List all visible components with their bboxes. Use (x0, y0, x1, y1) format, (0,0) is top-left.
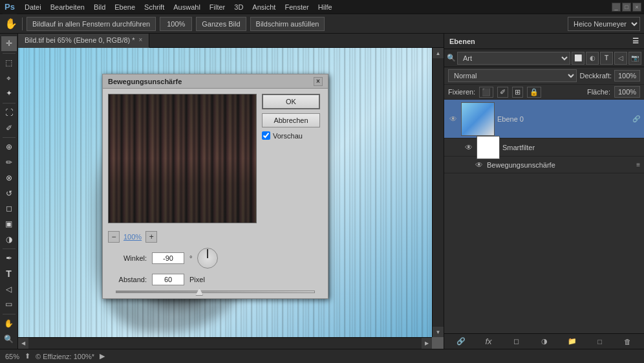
blend-mode-select[interactable]: Normal (448, 69, 577, 82)
menu-3d[interactable]: 3D (230, 2, 247, 12)
fill-screen-button[interactable]: Bildschirm ausfüllen (250, 17, 325, 31)
horizontal-scrollbar[interactable]: ◀ ▶ (18, 337, 432, 349)
play-button[interactable]: ▶ (100, 352, 105, 360)
maximize-button[interactable]: □ (622, 3, 631, 12)
move-tool[interactable]: ✛ (1, 36, 17, 51)
menu-bild[interactable]: Bild (90, 2, 109, 12)
motion-blur-dialog[interactable]: Bewegungsunschärfe × OK Abbre (102, 74, 328, 299)
crop-tool[interactable]: ⛶ (1, 105, 17, 120)
filter-pixel-button[interactable]: ⬜ (572, 52, 585, 65)
menu-ebene[interactable]: Ebene (111, 2, 139, 12)
filter-adjust-button[interactable]: ◐ (586, 52, 599, 65)
distance-slider-thumb[interactable] (195, 288, 203, 296)
dodge-tool[interactable]: ◑ (1, 232, 17, 247)
distance-slider-track[interactable] (116, 291, 315, 293)
magic-wand-tool[interactable]: ✦ (1, 86, 17, 101)
zoom-percent[interactable]: 100% (123, 233, 142, 241)
lock-pixels-icon[interactable]: ⬛ (479, 87, 493, 98)
menu-bearbeiten[interactable]: Bearbeiten (47, 2, 89, 12)
scroll-all-windows-button[interactable]: Bildlauf in allen Fenstern durchführen (27, 17, 156, 31)
adjustment-button[interactable]: ◑ (538, 335, 551, 348)
history-tool[interactable]: ↺ (1, 186, 17, 201)
layer-visibility-smartfilter[interactable]: 👁 (464, 142, 474, 153)
zoom-out-button[interactable]: − (108, 231, 120, 243)
brush-tool[interactable]: ✏ (1, 155, 17, 170)
fill-input[interactable] (614, 86, 640, 98)
lock-all-icon[interactable]: 🔒 (527, 87, 541, 98)
preview-checkbox[interactable] (262, 131, 270, 140)
share-icon[interactable]: ⬆ (25, 352, 30, 360)
menu-fenster[interactable]: Fenster (281, 2, 312, 12)
gradient-tool[interactable]: ▣ (1, 217, 17, 232)
fit-screen-button[interactable]: Ganzes Bild (196, 17, 246, 31)
lasso-tool[interactable]: ⌖ (1, 71, 17, 85)
zoom-input[interactable] (160, 17, 192, 31)
minimize-button[interactable]: _ (612, 3, 621, 12)
cancel-button[interactable]: Abbrechen (262, 113, 320, 127)
scroll-right-button[interactable]: ▶ (422, 338, 432, 349)
path-tool[interactable]: ◁ (1, 281, 17, 296)
selection-tool[interactable]: ⬚ (1, 56, 17, 71)
panel-bottom-toolbar: 🔗 fx ◻ ◑ 📁 □ 🗑 (444, 333, 644, 349)
dialog-close-button[interactable]: × (314, 77, 323, 86)
eyedropper-tool[interactable]: ✐ (1, 120, 17, 135)
scroll-left-button[interactable]: ◀ (18, 338, 28, 349)
lock-position-icon[interactable]: ✐ (497, 87, 508, 98)
menu-hilfe[interactable]: Hilfe (314, 2, 336, 12)
close-button[interactable]: × (632, 3, 641, 12)
add-mask-button[interactable]: ◻ (510, 335, 523, 348)
layer-item-ebene0[interactable]: 👁 Ebene 0 🔗 (444, 100, 644, 138)
menu-ansicht[interactable]: Ansicht (248, 2, 279, 12)
lock-row: Fixieren: ⬛ ✐ ⊞ 🔒 Fläche: (444, 85, 644, 100)
text-tool[interactable]: T (1, 267, 17, 281)
scroll-down-button[interactable]: ▼ (433, 327, 444, 337)
healing-tool[interactable]: ⊕ (1, 140, 17, 155)
filter-smart-button[interactable]: 📷 (628, 52, 641, 65)
filter-options-icon[interactable]: ≡ (636, 161, 640, 168)
panel-title: Ebenen (449, 38, 475, 45)
angle-wheel[interactable] (197, 248, 218, 269)
document-tab[interactable]: Bild.tif bei 65% (Ebene 0, RGB/8) * × (18, 34, 149, 48)
panel-menu-icon[interactable]: ☰ (632, 37, 639, 45)
hand-tool[interactable]: ✋ (1, 316, 17, 331)
ok-button[interactable]: OK (262, 94, 320, 109)
pen-tool[interactable]: ✒ (1, 251, 17, 266)
layer-visibility-blur[interactable]: 👁 (474, 160, 484, 170)
zoom-in-button[interactable]: + (145, 231, 157, 243)
eraser-tool[interactable]: ◻ (1, 201, 17, 216)
filter-type-select[interactable]: Art (457, 52, 570, 65)
dialog-body: OK Abbrechen Vorschau − 100% (103, 89, 328, 298)
new-layer-button[interactable]: □ (594, 335, 606, 348)
vertical-scrollbar[interactable]: ▲ ▼ (432, 48, 444, 337)
hand-tool-icon[interactable]: ✋ (4, 17, 18, 31)
clone-tool[interactable]: ⊗ (1, 170, 17, 185)
distance-input[interactable] (152, 274, 184, 285)
shape-tool[interactable]: ▭ (1, 297, 17, 312)
user-select[interactable]: Heico Neumeyer (568, 17, 640, 31)
opacity-input[interactable] (614, 70, 640, 82)
scroll-up-button[interactable]: ▲ (433, 48, 444, 58)
preview-checkbox-row: Vorschau (262, 131, 320, 140)
menu-schrift[interactable]: Schrift (140, 2, 168, 12)
smartfilter-item[interactable]: 👁 Smartfilter (444, 138, 644, 157)
menu-auswahl[interactable]: Auswahl (169, 2, 204, 12)
link-layers-button[interactable]: 🔗 (455, 335, 467, 348)
options-toolbar: ✋ Bildlauf in allen Fenstern durchführen… (0, 14, 644, 34)
filter-text-button[interactable]: T (600, 52, 613, 65)
canvas-content: Bewegungsunschärfe × OK Abbre (18, 48, 432, 337)
menu-datei[interactable]: Datei (21, 2, 45, 12)
delete-layer-button[interactable]: 🗑 (621, 335, 634, 348)
layer-name-blur: Bewegungsunschärfe (487, 161, 634, 169)
angle-input[interactable] (152, 252, 184, 264)
window-controls: _ □ × (612, 3, 641, 12)
layer-visibility-ebene0[interactable]: 👁 (448, 114, 458, 124)
new-group-button[interactable]: 📁 (566, 335, 579, 348)
tool-separator-1 (3, 53, 16, 54)
blur-filter-item[interactable]: 👁 Bewegungsunschärfe ≡ (444, 157, 644, 173)
tab-close-button[interactable]: × (139, 36, 143, 43)
menu-filter[interactable]: Filter (206, 2, 229, 12)
zoom-tool[interactable]: 🔍 (1, 331, 17, 346)
layer-effects-button[interactable]: fx (482, 335, 495, 348)
lock-artboard-icon[interactable]: ⊞ (512, 87, 523, 98)
filter-shape-button[interactable]: ◁ (614, 52, 627, 65)
